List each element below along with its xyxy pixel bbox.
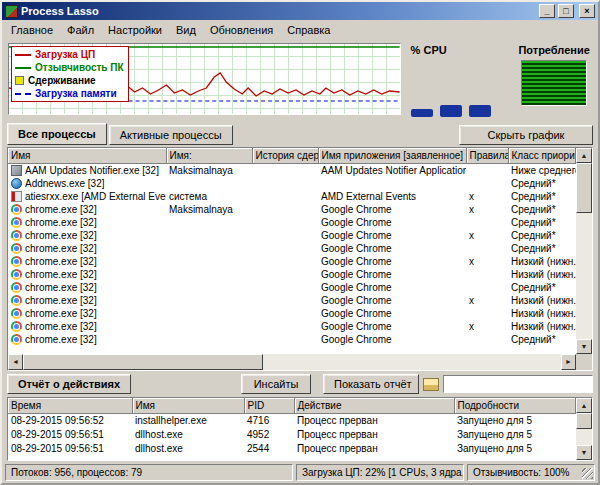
column-header[interactable]: PID (244, 398, 294, 413)
action-table-body: 08-29-2015 09:56:52installhelper.exe4716… (8, 413, 576, 456)
process-tabs-row: Все процессы Активные процессы Скрыть гр… (2, 121, 598, 147)
column-header[interactable]: История сдер... (252, 148, 318, 163)
menu-item[interactable]: Вид (169, 22, 203, 38)
tab-active-processes[interactable]: Активные процессы (109, 125, 233, 145)
table-row[interactable]: chrome.exe [32]Google ChromexНизкий (ниж… (8, 294, 576, 307)
table-row[interactable]: chrome.exe [32]Google ChromeСредний* (8, 333, 576, 346)
process-priority-cell: Низкий (нижн... (508, 320, 576, 333)
table-row[interactable]: chrome.exe [32]Google ChromeСредний* (8, 242, 576, 255)
process-user-cell (166, 268, 252, 281)
column-header[interactable]: Имя приложения [заявленное] (318, 148, 466, 163)
column-header[interactable]: Время (8, 398, 132, 413)
table-row[interactable]: chrome.exe [32]Google ChromexНизкий (ниж… (8, 320, 576, 333)
column-header[interactable]: Имя: (166, 148, 252, 163)
vscroll-thumb[interactable] (576, 163, 592, 213)
process-user-cell (166, 333, 252, 346)
table-row[interactable]: chrome.exe [32]Google ChromeСредний* (8, 281, 576, 294)
process-table-hscrollbar[interactable]: ◄ ► (8, 354, 576, 370)
chrome-icon (11, 308, 22, 319)
log-filter-input[interactable] (443, 375, 593, 393)
log-pid-cell: 4952 (244, 428, 294, 442)
legend-symbol (15, 76, 24, 85)
maximize-button[interactable]: □ (558, 4, 574, 18)
chrome-icon (11, 269, 22, 280)
menu-item[interactable]: Настройки (101, 22, 169, 38)
scroll-left-icon[interactable]: ◄ (8, 354, 23, 370)
column-header[interactable]: Правила (466, 148, 508, 163)
show-report-button[interactable]: Показать отчёт (323, 374, 419, 394)
process-priority-cell: Низкий (нижн... (508, 255, 576, 268)
table-row[interactable]: chrome.exe [32]Google ChromeСредний* (8, 216, 576, 229)
scroll-up-icon[interactable]: ▲ (576, 148, 592, 163)
process-rules-cell: x (466, 320, 508, 333)
tab-actions-log[interactable]: Отчёт о действиях (7, 374, 131, 394)
process-rules-cell (466, 163, 508, 177)
cpu-core-bar (440, 105, 462, 117)
hscroll-thumb[interactable] (23, 354, 263, 370)
process-history-cell (252, 177, 318, 190)
legend-item: Сдерживание (15, 74, 125, 87)
resize-grip[interactable] (582, 468, 593, 479)
table-row[interactable]: Addnews.exe [32]Средний* (8, 177, 576, 190)
scroll-down-icon[interactable]: ▼ (576, 339, 592, 354)
process-rules-cell: x (466, 203, 508, 216)
table-row[interactable]: chrome.exe [32]Google ChromexНизкий (ниж… (8, 255, 576, 268)
table-row[interactable]: 08-29-2015 09:56:52installhelper.exe4716… (8, 413, 576, 428)
table-row[interactable]: atiesrxx.exe [AMD External Event...систе… (8, 190, 576, 203)
menu-item[interactable]: Главное (4, 22, 60, 38)
table-row[interactable]: 08-29-2015 09:56:51dllhost.exe2544Процес… (8, 442, 576, 456)
process-history-cell (252, 163, 318, 177)
scroll-up-icon[interactable]: ▲ (576, 398, 592, 413)
column-header[interactable]: Имя (132, 398, 244, 413)
menu-item[interactable]: Файл (60, 22, 101, 38)
process-name-cell: chrome.exe [32] (8, 255, 166, 268)
menu-item[interactable]: Обновления (203, 22, 280, 38)
process-history-cell (252, 203, 318, 216)
insights-button[interactable]: Инсайты (241, 374, 311, 394)
chrome-icon (11, 230, 22, 241)
actions-row: Отчёт о действиях Инсайты Показать отчёт (2, 371, 598, 397)
column-header[interactable]: Класс приори... (508, 148, 576, 163)
action-table-vscrollbar[interactable]: ▲ ▼ (576, 398, 592, 460)
title-bar[interactable]: Process Lasso _ □ × (2, 2, 598, 20)
process-rules-cell: x (466, 229, 508, 242)
process-name-cell: chrome.exe [32] (8, 333, 166, 346)
process-name-cell: chrome.exe [32] (8, 268, 166, 281)
minimize-button[interactable]: _ (539, 4, 555, 18)
table-row[interactable]: chrome.exe [32]Google ChromeНизкий (нижн… (8, 307, 576, 320)
hide-graph-button[interactable]: Скрыть график (459, 125, 593, 145)
process-app-cell: Google Chrome (318, 203, 466, 216)
table-row[interactable]: AAM Updates Notifier.exe [32]Maksimalnay… (8, 163, 576, 177)
scroll-right-icon[interactable]: ► (561, 354, 576, 370)
process-history-cell (252, 281, 318, 294)
process-user-cell (166, 177, 252, 190)
menu-item[interactable]: Справка (280, 22, 337, 38)
process-priority-cell: Низкий (нижн... (508, 307, 576, 320)
tab-all-processes[interactable]: Все процессы (7, 123, 107, 145)
chrome-icon (11, 217, 22, 228)
process-rules-cell: x (466, 294, 508, 307)
status-responsiveness-text: Отзывчивость: 100% (473, 467, 569, 478)
table-row[interactable]: 08-29-2015 09:56:51dllhost.exe4952Процес… (8, 428, 576, 442)
close-button[interactable]: × (579, 4, 595, 18)
process-table-vscrollbar[interactable]: ▲ ▼ (576, 148, 592, 354)
legend-item: Загрузка ЦП (15, 48, 125, 61)
vscroll-thumb[interactable] (576, 413, 592, 429)
column-header[interactable]: Подробности (454, 398, 576, 413)
process-user-cell: Maksimalnaya (166, 203, 252, 216)
report-icon[interactable] (423, 378, 439, 391)
table-row[interactable]: chrome.exe [32]MaksimalnayaGoogle Chrome… (8, 203, 576, 216)
process-history-cell (252, 216, 318, 229)
process-name-cell: chrome.exe [32] (8, 281, 166, 294)
status-threads: Потоков: 956, процессов: 79 (5, 464, 293, 481)
table-row[interactable]: chrome.exe [32]Google ChromexСредний* (8, 229, 576, 242)
legend-item: Загрузка памяти (15, 87, 125, 100)
scroll-down-icon[interactable]: ▼ (576, 445, 592, 460)
status-cpu-load: Загрузка ЦП: 22% [1 CPUs, 3 ядра, 3 логи… (296, 464, 464, 481)
table-row[interactable]: chrome.exe [32]Google ChromeНизкий (нижн… (8, 268, 576, 281)
column-header[interactable]: Имя (8, 148, 166, 163)
column-header[interactable]: Действие (294, 398, 454, 413)
process-table-container: ИмяИмя:История сдер...Имя приложения [за… (7, 147, 593, 371)
process-table: ИмяИмя:История сдер...Имя приложения [за… (8, 148, 576, 346)
process-table-body: AAM Updates Notifier.exe [32]Maksimalnay… (8, 163, 576, 346)
